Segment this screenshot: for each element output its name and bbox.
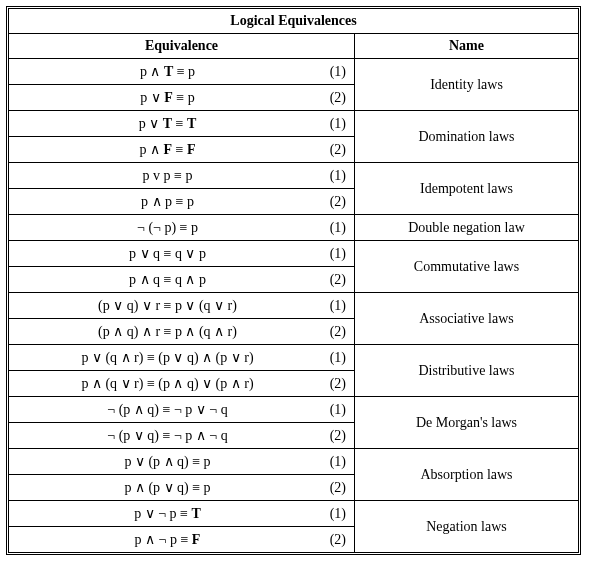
equivalence-index: (2) [318, 194, 346, 210]
equivalence-expression: ¬ (p ∨ q) ≡ ¬ p ∧ ¬ q [17, 427, 318, 444]
law-block: p ∨ (q ∧ r) ≡ (p ∨ q) ∧ (p ∨ r)(1)p ∧ (q… [9, 344, 578, 396]
equivalence-cells: ¬ (p ∧ q) ≡ ¬ p ∨ ¬ q(1)¬ (p ∨ q) ≡ ¬ p … [9, 397, 355, 448]
law-block: p ∨ T ≡ T(1)p ∧ F ≡ F(2)Domination laws [9, 110, 578, 162]
equivalence-row: ¬ (p ∧ q) ≡ ¬ p ∨ ¬ q(1) [9, 397, 354, 422]
equivalence-expression: p ∨ T ≡ T [17, 115, 318, 132]
equivalence-index: (2) [318, 272, 346, 288]
law-name: Negation laws [355, 501, 578, 552]
law-name: Double negation law [355, 215, 578, 240]
equivalence-index: (1) [318, 64, 346, 80]
equivalence-expression: p ∧ (p ∨ q) ≡ p [17, 479, 318, 496]
equivalence-row: p ∨ ¬ p ≡ T(1) [9, 501, 354, 526]
equivalence-row: p ∨ (q ∧ r) ≡ (p ∨ q) ∧ (p ∨ r)(1) [9, 345, 354, 370]
law-block: ¬ (¬ p) ≡ p(1)Double negation law [9, 214, 578, 240]
equivalence-index: (1) [318, 168, 346, 184]
equivalence-index: (2) [318, 532, 346, 548]
equivalence-expression: ¬ (p ∧ q) ≡ ¬ p ∨ ¬ q [17, 401, 318, 418]
equivalence-expression: p ∨ ¬ p ≡ T [17, 505, 318, 522]
equivalence-expression: p ∨ q ≡ q ∨ p [17, 245, 318, 262]
equivalence-index: (1) [318, 350, 346, 366]
equivalence-row: p ∨ F ≡ p(2) [9, 84, 354, 110]
equivalence-expression: (p ∧ q) ∧ r ≡ p ∧ (q ∧ r) [17, 323, 318, 340]
equivalence-index: (1) [318, 246, 346, 262]
equivalence-row: p ∨ (p ∧ q) ≡ p(1) [9, 449, 354, 474]
equivalence-cells: (p ∨ q) ∨ r ≡ p ∨ (q ∨ r)(1)(p ∧ q) ∧ r … [9, 293, 355, 344]
equivalence-row: ¬ (¬ p) ≡ p(1) [9, 215, 354, 240]
equivalence-index: (1) [318, 298, 346, 314]
equivalence-cells: p ∨ T ≡ T(1)p ∧ F ≡ F(2) [9, 111, 355, 162]
equivalence-row: p ∧ F ≡ F(2) [9, 136, 354, 162]
equivalence-row: (p ∧ q) ∧ r ≡ p ∧ (q ∧ r)(2) [9, 318, 354, 344]
equivalence-cells: p v p ≡ p(1)p ∧ p ≡ p(2) [9, 163, 355, 214]
law-name: De Morgan's laws [355, 397, 578, 448]
equivalence-index: (2) [318, 376, 346, 392]
equivalence-index: (2) [318, 90, 346, 106]
law-name: Domination laws [355, 111, 578, 162]
equivalence-cells: p ∧ T ≡ p(1)p ∨ F ≡ p(2) [9, 59, 355, 110]
equivalence-row: p ∨ q ≡ q ∨ p(1) [9, 241, 354, 266]
equivalence-expression: p v p ≡ p [17, 168, 318, 184]
equivalence-index: (1) [318, 220, 346, 236]
law-name: Identity laws [355, 59, 578, 110]
table-header-row: Equivalence Name [9, 33, 578, 58]
equivalence-index: (1) [318, 116, 346, 132]
equivalence-cells: p ∨ (q ∧ r) ≡ (p ∨ q) ∧ (p ∨ r)(1)p ∧ (q… [9, 345, 355, 396]
law-name: Distributive laws [355, 345, 578, 396]
equivalence-index: (1) [318, 506, 346, 522]
equivalence-expression: p ∧ F ≡ F [17, 141, 318, 158]
equivalence-expression: p ∧ (q ∨ r) ≡ (p ∧ q) ∨ (p ∧ r) [17, 375, 318, 392]
equivalence-row: p ∧ p ≡ p(2) [9, 188, 354, 214]
equivalence-index: (2) [318, 480, 346, 496]
law-name: Commutative laws [355, 241, 578, 292]
logical-equivalences-table: Logical Equivalences Equivalence Name p … [6, 6, 581, 555]
equivalence-expression: p ∨ (q ∧ r) ≡ (p ∨ q) ∧ (p ∨ r) [17, 349, 318, 366]
equivalence-expression: (p ∨ q) ∨ r ≡ p ∨ (q ∨ r) [17, 297, 318, 314]
header-equivalence: Equivalence [9, 34, 355, 58]
equivalence-cells: p ∨ ¬ p ≡ T(1)p ∧ ¬ p ≡ F(2) [9, 501, 355, 552]
equivalence-cells: ¬ (¬ p) ≡ p(1) [9, 215, 355, 240]
equivalence-index: (2) [318, 324, 346, 340]
law-block: p v p ≡ p(1)p ∧ p ≡ p(2)Idempotent laws [9, 162, 578, 214]
equivalence-row: (p ∨ q) ∨ r ≡ p ∨ (q ∨ r)(1) [9, 293, 354, 318]
law-block: ¬ (p ∧ q) ≡ ¬ p ∨ ¬ q(1)¬ (p ∨ q) ≡ ¬ p … [9, 396, 578, 448]
equivalence-cells: p ∨ (p ∧ q) ≡ p(1)p ∧ (p ∨ q) ≡ p(2) [9, 449, 355, 500]
equivalence-expression: p ∨ (p ∧ q) ≡ p [17, 453, 318, 470]
equivalence-row: p ∨ T ≡ T(1) [9, 111, 354, 136]
header-name: Name [355, 34, 578, 58]
equivalence-cells: p ∨ q ≡ q ∨ p(1)p ∧ q ≡ q ∧ p(2) [9, 241, 355, 292]
equivalence-expression: p ∧ p ≡ p [17, 193, 318, 210]
law-block: p ∨ (p ∧ q) ≡ p(1)p ∧ (p ∨ q) ≡ p(2)Abso… [9, 448, 578, 500]
law-block: p ∨ ¬ p ≡ T(1)p ∧ ¬ p ≡ F(2)Negation law… [9, 500, 578, 552]
equivalence-expression: ¬ (¬ p) ≡ p [17, 220, 318, 236]
equivalence-row: p ∧ (p ∨ q) ≡ p(2) [9, 474, 354, 500]
law-name: Associative laws [355, 293, 578, 344]
equivalence-expression: p ∧ ¬ p ≡ F [17, 531, 318, 548]
law-block: p ∨ q ≡ q ∨ p(1)p ∧ q ≡ q ∧ p(2)Commutat… [9, 240, 578, 292]
equivalence-expression: p ∧ T ≡ p [17, 63, 318, 80]
law-name: Absorption laws [355, 449, 578, 500]
equivalence-index: (2) [318, 142, 346, 158]
equivalence-index: (1) [318, 402, 346, 418]
equivalence-index: (2) [318, 428, 346, 444]
table-title: Logical Equivalences [9, 9, 578, 33]
equivalence-row: p ∧ T ≡ p(1) [9, 59, 354, 84]
equivalence-expression: p ∨ F ≡ p [17, 89, 318, 106]
equivalence-row: p ∧ ¬ p ≡ F(2) [9, 526, 354, 552]
equivalence-index: (1) [318, 454, 346, 470]
equivalence-row: p ∧ (q ∨ r) ≡ (p ∧ q) ∨ (p ∧ r)(2) [9, 370, 354, 396]
equivalence-row: p v p ≡ p(1) [9, 163, 354, 188]
equivalence-row: p ∧ q ≡ q ∧ p(2) [9, 266, 354, 292]
law-name: Idempotent laws [355, 163, 578, 214]
equivalence-row: ¬ (p ∨ q) ≡ ¬ p ∧ ¬ q(2) [9, 422, 354, 448]
equivalence-expression: p ∧ q ≡ q ∧ p [17, 271, 318, 288]
law-block: (p ∨ q) ∨ r ≡ p ∨ (q ∨ r)(1)(p ∧ q) ∧ r … [9, 292, 578, 344]
law-block: p ∧ T ≡ p(1)p ∨ F ≡ p(2)Identity laws [9, 58, 578, 110]
